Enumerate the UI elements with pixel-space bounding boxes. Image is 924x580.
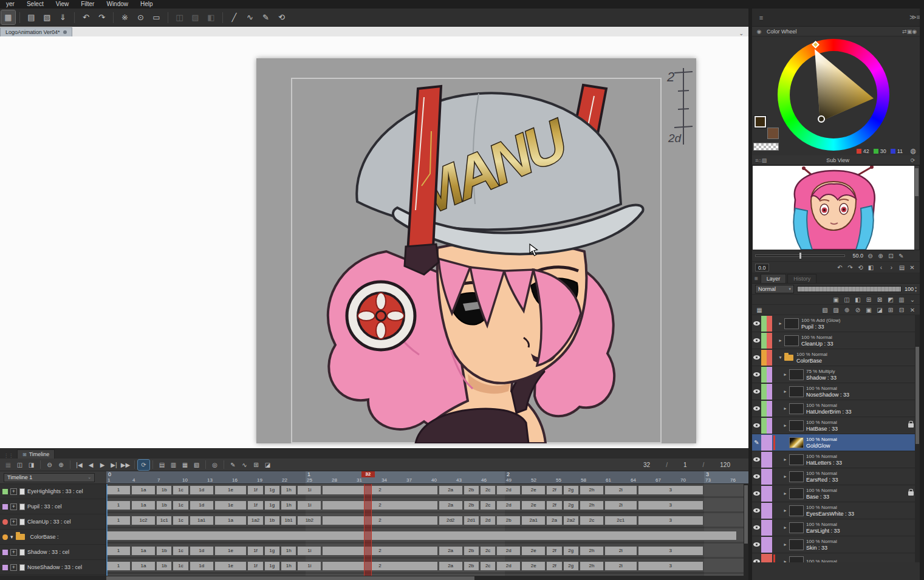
layer-tag-green[interactable] <box>761 367 767 383</box>
opacity-slider[interactable] <box>797 286 902 292</box>
track-expand-icon[interactable]: + <box>10 488 17 495</box>
timeline-cel[interactable]: 1f <box>247 546 263 556</box>
layer-row[interactable]: ▸100 % NormalCleanUp : 33 <box>752 332 920 349</box>
timeline-grip-icon[interactable]: ⋮⋮ <box>0 453 17 459</box>
timeline-list-icon[interactable]: ◨ <box>26 460 37 470</box>
previous-frame-icon[interactable]: ◀ <box>85 460 97 470</box>
layer-tag-purple[interactable] <box>767 367 772 383</box>
timeline-cel[interactable]: 2a <box>439 546 463 556</box>
timeline-cel[interactable]: 1h <box>281 500 296 510</box>
refresh-icon[interactable]: ⟳ <box>909 157 917 163</box>
timeline-cel[interactable]: 2i <box>604 485 637 495</box>
timeline-cel[interactable]: 2i <box>604 561 637 571</box>
layer-row[interactable]: ▸75 % MultiplyShadow : 33 <box>752 366 920 383</box>
menu-item-window[interactable]: Window <box>100 0 134 9</box>
layer-row[interactable]: ▸100 % NormalEyesEarsWhite : 33 <box>752 502 920 519</box>
track-name-colorbase[interactable]: ▾ColorBase : <box>0 530 106 545</box>
layer-expand-icon[interactable]: ▸ <box>781 372 789 377</box>
lock-transparent-icon[interactable]: ◧ <box>853 295 863 304</box>
timeline-cel[interactable]: 1c <box>173 516 188 525</box>
rotate-right-icon[interactable]: ↷ <box>846 263 855 271</box>
layer-row[interactable]: ▸100 % NormalBase : 33 <box>752 485 920 502</box>
track-expand-icon[interactable]: + <box>10 564 17 571</box>
mask-icon[interactable]: ◩ <box>886 295 895 304</box>
timeline-cel[interactable]: 1c <box>173 485 188 495</box>
delete-layer-icon[interactable]: ✕ <box>908 305 917 314</box>
layer-tag-green[interactable] <box>761 316 767 332</box>
layer-tag-purple[interactable] <box>761 537 767 553</box>
layer-visibility-eye-icon[interactable] <box>752 491 761 496</box>
layer-visibility-eye-icon[interactable] <box>752 474 761 479</box>
layer-tag-purple[interactable] <box>767 537 772 553</box>
layer-expand-icon[interactable]: ▸ <box>781 457 789 462</box>
timeline-cel[interactable]: 1h <box>281 561 296 571</box>
timeline-cel[interactable]: 1i <box>297 546 321 556</box>
dock-grip-icon[interactable]: ≡ <box>756 14 767 21</box>
timeline-cel[interactable]: 2c <box>480 546 496 556</box>
edit-cel-icon[interactable]: ✎ <box>227 460 239 470</box>
timeline-cel[interactable]: 1 <box>106 500 131 510</box>
timeline-cel[interactable]: 2a <box>439 500 463 510</box>
current-frame-value[interactable]: 32 <box>643 462 650 468</box>
timeline-cel[interactable]: 1f <box>247 485 263 495</box>
layer-thumbnail[interactable] <box>789 437 804 448</box>
timeline-cel[interactable]: 1h <box>281 485 296 495</box>
timeline-cel[interactable]: 2c1 <box>604 516 637 525</box>
layer-thumbnail[interactable] <box>789 505 804 516</box>
apply-mask-icon[interactable]: ⊞ <box>886 305 895 314</box>
timeline-cel[interactable]: 1c2 <box>131 516 156 525</box>
timeline-cel[interactable]: 2d <box>496 561 521 571</box>
layer-tag-purple[interactable] <box>767 503 772 519</box>
layer-visibility-eye-icon[interactable] <box>752 321 761 326</box>
layer-expand-icon[interactable]: ▸ <box>781 491 789 496</box>
timeline-cel[interactable]: 2e <box>521 546 546 556</box>
timeline-cel[interactable]: 1f <box>247 561 263 571</box>
layer-row[interactable]: ▸100 % Add (Glow)Pupil : 33 <box>752 315 920 332</box>
loop-playback-icon[interactable]: ⟳ <box>138 460 149 470</box>
layer-tag-red[interactable] <box>767 554 772 563</box>
layer-tag-green[interactable] <box>761 401 767 417</box>
timeline-cel[interactable]: 1i <box>297 500 321 510</box>
timeline-cel[interactable]: 1b1 <box>281 516 296 525</box>
layer-tag-green[interactable] <box>761 333 767 349</box>
track-cells-row[interactable] <box>106 530 748 545</box>
layer-expand-icon[interactable]: ▸ <box>781 525 789 530</box>
timeline-cel[interactable]: 3 <box>638 546 703 556</box>
layer-tag-orange[interactable] <box>761 350 767 366</box>
timeline-cel[interactable]: 1g <box>264 485 280 495</box>
redo-icon[interactable]: ↷ <box>95 10 109 24</box>
layer-expand-icon[interactable]: ▸ <box>781 389 789 394</box>
playhead-label[interactable]: 32 <box>361 471 375 477</box>
timeline-cel[interactable]: 1b <box>156 546 172 556</box>
merge-down-icon[interactable]: ◪ <box>875 305 885 314</box>
next-view-icon[interactable]: › <box>887 263 896 271</box>
timeline-cel[interactable]: 1d <box>190 546 214 556</box>
timeline-cel[interactable]: 1a <box>131 546 156 556</box>
timeline-cel[interactable]: 1a <box>131 485 156 495</box>
collapse-dock-icon[interactable]: ≫ <box>909 13 917 21</box>
layer-tag-purple[interactable] <box>767 401 772 417</box>
timeline-cel[interactable]: 2c <box>480 485 496 495</box>
next-frame-icon[interactable]: ▶| <box>108 460 120 470</box>
timeline-cel[interactable]: 2a <box>439 561 463 571</box>
timeline-cel[interactable]: 2 <box>322 546 437 556</box>
timeline-cel[interactable]: 2b <box>464 561 479 571</box>
crop-frame-icon[interactable]: ▭ <box>149 10 163 24</box>
clip-to-layer-icon[interactable]: ▣ <box>831 295 841 304</box>
new-raster-layer-icon[interactable]: ▧ <box>820 305 830 314</box>
timeline-cel[interactable]: 2a <box>546 516 562 525</box>
layer-tag-purple[interactable] <box>761 486 767 502</box>
sub-view-image[interactable] <box>752 165 920 250</box>
layer-tag-purple[interactable] <box>767 418 772 434</box>
timeline-cel[interactable]: 2b <box>464 485 479 495</box>
layer-tag-red[interactable] <box>761 554 767 563</box>
straight-line-icon[interactable]: ╱ <box>227 10 241 24</box>
folder-icon[interactable]: ▤ <box>897 263 906 271</box>
lock-layer-icon[interactable]: ◫ <box>842 295 852 304</box>
timeline-horizontal-scrollbar[interactable] <box>0 576 748 580</box>
menu-item-view[interactable]: View <box>50 0 75 9</box>
timeline-cel[interactable]: 2d <box>496 485 521 495</box>
layer-thumbnail[interactable] <box>789 454 804 465</box>
flip-horizontal-icon[interactable]: ◧ <box>866 263 875 271</box>
layer-thumbnail[interactable] <box>784 335 799 346</box>
